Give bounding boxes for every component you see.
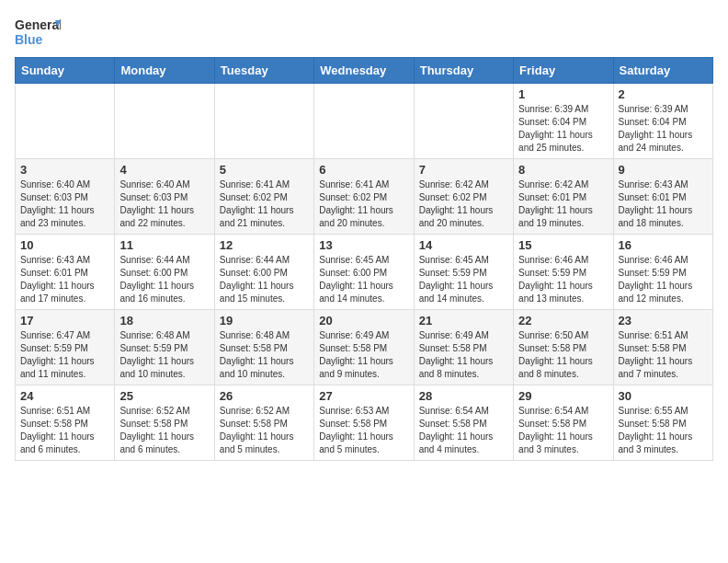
weekday-header-friday: Friday: [514, 58, 613, 84]
calendar-cell: 21Sunrise: 6:49 AM Sunset: 5:58 PM Dayli…: [414, 310, 513, 385]
calendar-cell: 14Sunrise: 6:45 AM Sunset: 5:59 PM Dayli…: [414, 235, 513, 310]
day-number: 26: [220, 389, 309, 403]
day-info: Sunrise: 6:53 AM Sunset: 5:58 PM Dayligh…: [319, 405, 408, 456]
day-info: Sunrise: 6:48 AM Sunset: 5:59 PM Dayligh…: [119, 329, 209, 381]
calendar-cell: 27Sunrise: 6:53 AM Sunset: 5:58 PM Dayli…: [314, 385, 414, 461]
day-number: 14: [419, 238, 508, 252]
day-number: 4: [119, 163, 209, 177]
calendar-cell: [314, 84, 414, 159]
day-number: 30: [619, 389, 708, 403]
day-number: 1: [518, 87, 608, 101]
logo-svg: General Blue: [15, 15, 61, 50]
svg-text:General: General: [15, 17, 61, 32]
calendar-cell: [414, 84, 513, 159]
weekday-header-sunday: Sunday: [16, 58, 115, 84]
day-info: Sunrise: 6:39 AM Sunset: 6:04 PM Dayligh…: [619, 103, 708, 155]
day-number: 20: [319, 314, 408, 327]
day-number: 19: [220, 314, 309, 327]
calendar-cell: 22Sunrise: 6:50 AM Sunset: 5:58 PM Dayli…: [514, 310, 613, 385]
day-number: 21: [419, 314, 508, 327]
calendar-cell: 25Sunrise: 6:52 AM Sunset: 5:58 PM Dayli…: [115, 385, 214, 461]
day-info: Sunrise: 6:45 AM Sunset: 5:59 PM Dayligh…: [419, 254, 508, 305]
day-info: Sunrise: 6:51 AM Sunset: 5:58 PM Dayligh…: [20, 405, 109, 456]
day-info: Sunrise: 6:52 AM Sunset: 5:58 PM Dayligh…: [220, 405, 309, 456]
day-info: Sunrise: 6:41 AM Sunset: 6:02 PM Dayligh…: [319, 178, 408, 230]
day-info: Sunrise: 6:45 AM Sunset: 6:00 PM Dayligh…: [319, 254, 408, 305]
calendar-cell: 18Sunrise: 6:48 AM Sunset: 5:59 PM Dayli…: [115, 310, 214, 385]
day-number: 29: [518, 389, 608, 403]
day-info: Sunrise: 6:55 AM Sunset: 5:58 PM Dayligh…: [619, 405, 708, 456]
day-info: Sunrise: 6:42 AM Sunset: 6:02 PM Dayligh…: [419, 178, 508, 230]
day-info: Sunrise: 6:44 AM Sunset: 6:00 PM Dayligh…: [220, 254, 309, 305]
day-info: Sunrise: 6:46 AM Sunset: 5:59 PM Dayligh…: [619, 254, 708, 305]
calendar-week-row: 3Sunrise: 6:40 AM Sunset: 6:03 PM Daylig…: [16, 159, 713, 235]
weekday-header-wednesday: Wednesday: [314, 58, 414, 84]
day-number: 8: [518, 163, 608, 177]
day-number: 24: [20, 389, 109, 403]
day-number: 9: [619, 163, 708, 177]
calendar-cell: 1Sunrise: 6:39 AM Sunset: 6:04 PM Daylig…: [514, 84, 613, 159]
weekday-header-row: SundayMondayTuesdayWednesdayThursdayFrid…: [16, 58, 713, 84]
day-number: 22: [518, 314, 608, 327]
calendar-cell: 2Sunrise: 6:39 AM Sunset: 6:04 PM Daylig…: [613, 84, 712, 159]
day-info: Sunrise: 6:43 AM Sunset: 6:01 PM Dayligh…: [619, 178, 708, 230]
calendar-cell: 30Sunrise: 6:55 AM Sunset: 5:58 PM Dayli…: [613, 385, 712, 461]
calendar-cell: 8Sunrise: 6:42 AM Sunset: 6:01 PM Daylig…: [514, 159, 613, 235]
calendar-week-row: 17Sunrise: 6:47 AM Sunset: 5:59 PM Dayli…: [16, 310, 713, 385]
day-info: Sunrise: 6:39 AM Sunset: 6:04 PM Dayligh…: [518, 103, 608, 155]
day-number: 6: [319, 163, 408, 177]
calendar-cell: 19Sunrise: 6:48 AM Sunset: 5:58 PM Dayli…: [214, 310, 313, 385]
day-number: 27: [319, 389, 408, 403]
day-number: 7: [419, 163, 508, 177]
day-number: 12: [220, 238, 309, 252]
day-number: 15: [518, 238, 608, 252]
day-info: Sunrise: 6:49 AM Sunset: 5:58 PM Dayligh…: [419, 329, 508, 381]
weekday-header-saturday: Saturday: [613, 58, 712, 84]
calendar-cell: 12Sunrise: 6:44 AM Sunset: 6:00 PM Dayli…: [214, 235, 313, 310]
day-number: 17: [20, 314, 109, 327]
calendar-cell: 13Sunrise: 6:45 AM Sunset: 6:00 PM Dayli…: [314, 235, 414, 310]
calendar-cell: 7Sunrise: 6:42 AM Sunset: 6:02 PM Daylig…: [414, 159, 513, 235]
day-info: Sunrise: 6:42 AM Sunset: 6:01 PM Dayligh…: [518, 178, 608, 230]
calendar-cell: 28Sunrise: 6:54 AM Sunset: 5:58 PM Dayli…: [414, 385, 513, 461]
day-number: 2: [619, 87, 708, 101]
day-info: Sunrise: 6:50 AM Sunset: 5:58 PM Dayligh…: [518, 329, 608, 381]
calendar-week-row: 1Sunrise: 6:39 AM Sunset: 6:04 PM Daylig…: [16, 84, 713, 159]
day-number: 28: [419, 389, 508, 403]
calendar-cell: 23Sunrise: 6:51 AM Sunset: 5:58 PM Dayli…: [613, 310, 712, 385]
calendar-week-row: 10Sunrise: 6:43 AM Sunset: 6:01 PM Dayli…: [16, 235, 713, 310]
calendar-cell: 24Sunrise: 6:51 AM Sunset: 5:58 PM Dayli…: [16, 385, 115, 461]
calendar-cell: 10Sunrise: 6:43 AM Sunset: 6:01 PM Dayli…: [16, 235, 115, 310]
calendar-header: SundayMondayTuesdayWednesdayThursdayFrid…: [16, 58, 713, 84]
calendar-cell: 5Sunrise: 6:41 AM Sunset: 6:02 PM Daylig…: [214, 159, 313, 235]
weekday-header-thursday: Thursday: [414, 58, 513, 84]
calendar-cell: [16, 84, 115, 159]
svg-text:Blue: Blue: [15, 32, 43, 47]
calendar-week-row: 24Sunrise: 6:51 AM Sunset: 5:58 PM Dayli…: [16, 385, 713, 461]
day-number: 25: [119, 389, 209, 403]
calendar-cell: [214, 84, 313, 159]
day-info: Sunrise: 6:48 AM Sunset: 5:58 PM Dayligh…: [220, 329, 309, 381]
calendar-cell: 11Sunrise: 6:44 AM Sunset: 6:00 PM Dayli…: [115, 235, 214, 310]
calendar-cell: [115, 84, 214, 159]
calendar-cell: 17Sunrise: 6:47 AM Sunset: 5:59 PM Dayli…: [16, 310, 115, 385]
day-info: Sunrise: 6:44 AM Sunset: 6:00 PM Dayligh…: [119, 254, 209, 305]
day-info: Sunrise: 6:52 AM Sunset: 5:58 PM Dayligh…: [119, 405, 209, 456]
day-info: Sunrise: 6:47 AM Sunset: 5:59 PM Dayligh…: [20, 329, 109, 381]
day-info: Sunrise: 6:49 AM Sunset: 5:58 PM Dayligh…: [319, 329, 408, 381]
day-number: 11: [119, 238, 209, 252]
calendar-cell: 26Sunrise: 6:52 AM Sunset: 5:58 PM Dayli…: [214, 385, 313, 461]
calendar-cell: 6Sunrise: 6:41 AM Sunset: 6:02 PM Daylig…: [314, 159, 414, 235]
logo: General Blue: [15, 15, 61, 50]
day-info: Sunrise: 6:54 AM Sunset: 5:58 PM Dayligh…: [419, 405, 508, 456]
day-info: Sunrise: 6:41 AM Sunset: 6:02 PM Dayligh…: [220, 178, 309, 230]
day-info: Sunrise: 6:51 AM Sunset: 5:58 PM Dayligh…: [619, 329, 708, 381]
day-info: Sunrise: 6:43 AM Sunset: 6:01 PM Dayligh…: [20, 254, 109, 305]
day-number: 18: [119, 314, 209, 327]
day-number: 5: [220, 163, 309, 177]
day-number: 13: [319, 238, 408, 252]
calendar-cell: 9Sunrise: 6:43 AM Sunset: 6:01 PM Daylig…: [613, 159, 712, 235]
day-number: 16: [619, 238, 708, 252]
day-info: Sunrise: 6:54 AM Sunset: 5:58 PM Dayligh…: [518, 405, 608, 456]
weekday-header-tuesday: Tuesday: [214, 58, 313, 84]
